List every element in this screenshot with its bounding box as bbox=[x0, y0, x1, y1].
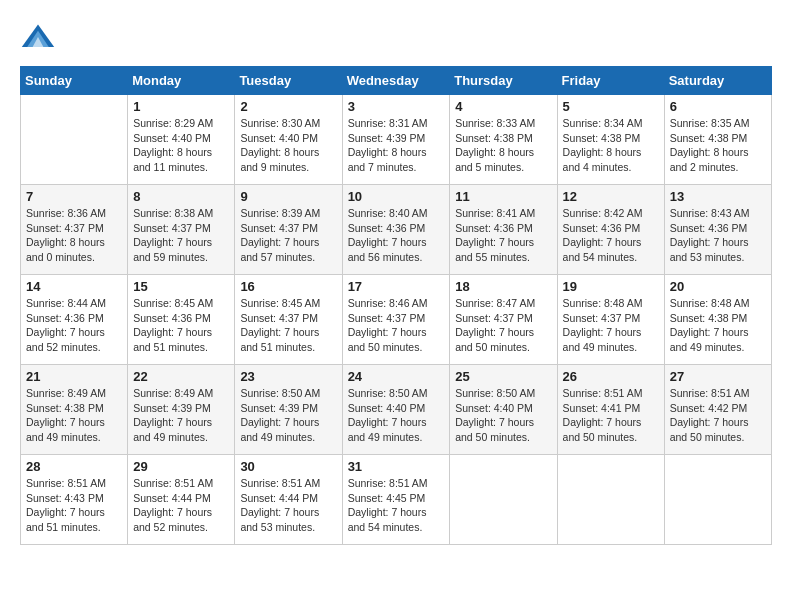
day-info: Sunrise: 8:47 AMSunset: 4:37 PMDaylight:… bbox=[455, 296, 551, 355]
day-info: Sunrise: 8:41 AMSunset: 4:36 PMDaylight:… bbox=[455, 206, 551, 265]
calendar-cell: 23Sunrise: 8:50 AMSunset: 4:39 PMDayligh… bbox=[235, 365, 342, 455]
day-info: Sunrise: 8:34 AMSunset: 4:38 PMDaylight:… bbox=[563, 116, 659, 175]
header-row: SundayMondayTuesdayWednesdayThursdayFrid… bbox=[21, 67, 772, 95]
day-number: 6 bbox=[670, 99, 766, 114]
calendar-week-5: 28Sunrise: 8:51 AMSunset: 4:43 PMDayligh… bbox=[21, 455, 772, 545]
day-info: Sunrise: 8:31 AMSunset: 4:39 PMDaylight:… bbox=[348, 116, 445, 175]
calendar-cell: 10Sunrise: 8:40 AMSunset: 4:36 PMDayligh… bbox=[342, 185, 450, 275]
day-info: Sunrise: 8:51 AMSunset: 4:42 PMDaylight:… bbox=[670, 386, 766, 445]
calendar-cell: 6Sunrise: 8:35 AMSunset: 4:38 PMDaylight… bbox=[664, 95, 771, 185]
calendar-cell: 13Sunrise: 8:43 AMSunset: 4:36 PMDayligh… bbox=[664, 185, 771, 275]
day-info: Sunrise: 8:44 AMSunset: 4:36 PMDaylight:… bbox=[26, 296, 122, 355]
day-number: 2 bbox=[240, 99, 336, 114]
day-info: Sunrise: 8:48 AMSunset: 4:38 PMDaylight:… bbox=[670, 296, 766, 355]
calendar-cell: 24Sunrise: 8:50 AMSunset: 4:40 PMDayligh… bbox=[342, 365, 450, 455]
calendar-cell: 1Sunrise: 8:29 AMSunset: 4:40 PMDaylight… bbox=[128, 95, 235, 185]
day-info: Sunrise: 8:51 AMSunset: 4:45 PMDaylight:… bbox=[348, 476, 445, 535]
day-info: Sunrise: 8:50 AMSunset: 4:39 PMDaylight:… bbox=[240, 386, 336, 445]
header-cell-tuesday: Tuesday bbox=[235, 67, 342, 95]
calendar-cell: 22Sunrise: 8:49 AMSunset: 4:39 PMDayligh… bbox=[128, 365, 235, 455]
header-cell-thursday: Thursday bbox=[450, 67, 557, 95]
calendar-cell: 26Sunrise: 8:51 AMSunset: 4:41 PMDayligh… bbox=[557, 365, 664, 455]
calendar-week-3: 14Sunrise: 8:44 AMSunset: 4:36 PMDayligh… bbox=[21, 275, 772, 365]
logo bbox=[20, 20, 62, 56]
calendar-cell: 11Sunrise: 8:41 AMSunset: 4:36 PMDayligh… bbox=[450, 185, 557, 275]
calendar-cell: 8Sunrise: 8:38 AMSunset: 4:37 PMDaylight… bbox=[128, 185, 235, 275]
day-info: Sunrise: 8:51 AMSunset: 4:43 PMDaylight:… bbox=[26, 476, 122, 535]
day-number: 19 bbox=[563, 279, 659, 294]
calendar-body: 1Sunrise: 8:29 AMSunset: 4:40 PMDaylight… bbox=[21, 95, 772, 545]
day-number: 27 bbox=[670, 369, 766, 384]
day-info: Sunrise: 8:51 AMSunset: 4:44 PMDaylight:… bbox=[240, 476, 336, 535]
day-info: Sunrise: 8:35 AMSunset: 4:38 PMDaylight:… bbox=[670, 116, 766, 175]
day-number: 22 bbox=[133, 369, 229, 384]
day-number: 10 bbox=[348, 189, 445, 204]
day-number: 5 bbox=[563, 99, 659, 114]
day-number: 4 bbox=[455, 99, 551, 114]
calendar-cell: 9Sunrise: 8:39 AMSunset: 4:37 PMDaylight… bbox=[235, 185, 342, 275]
day-number: 16 bbox=[240, 279, 336, 294]
day-number: 9 bbox=[240, 189, 336, 204]
day-number: 21 bbox=[26, 369, 122, 384]
day-info: Sunrise: 8:30 AMSunset: 4:40 PMDaylight:… bbox=[240, 116, 336, 175]
page-header bbox=[20, 20, 772, 56]
day-info: Sunrise: 8:33 AMSunset: 4:38 PMDaylight:… bbox=[455, 116, 551, 175]
day-number: 24 bbox=[348, 369, 445, 384]
header-cell-wednesday: Wednesday bbox=[342, 67, 450, 95]
calendar-cell bbox=[664, 455, 771, 545]
day-info: Sunrise: 8:42 AMSunset: 4:36 PMDaylight:… bbox=[563, 206, 659, 265]
day-number: 30 bbox=[240, 459, 336, 474]
calendar-cell bbox=[450, 455, 557, 545]
day-info: Sunrise: 8:49 AMSunset: 4:39 PMDaylight:… bbox=[133, 386, 229, 445]
day-info: Sunrise: 8:36 AMSunset: 4:37 PMDaylight:… bbox=[26, 206, 122, 265]
calendar-cell: 14Sunrise: 8:44 AMSunset: 4:36 PMDayligh… bbox=[21, 275, 128, 365]
day-info: Sunrise: 8:50 AMSunset: 4:40 PMDaylight:… bbox=[348, 386, 445, 445]
calendar-week-2: 7Sunrise: 8:36 AMSunset: 4:37 PMDaylight… bbox=[21, 185, 772, 275]
calendar-cell: 27Sunrise: 8:51 AMSunset: 4:42 PMDayligh… bbox=[664, 365, 771, 455]
calendar-header: SundayMondayTuesdayWednesdayThursdayFrid… bbox=[21, 67, 772, 95]
day-number: 23 bbox=[240, 369, 336, 384]
day-number: 8 bbox=[133, 189, 229, 204]
day-number: 14 bbox=[26, 279, 122, 294]
day-info: Sunrise: 8:50 AMSunset: 4:40 PMDaylight:… bbox=[455, 386, 551, 445]
header-cell-saturday: Saturday bbox=[664, 67, 771, 95]
day-info: Sunrise: 8:43 AMSunset: 4:36 PMDaylight:… bbox=[670, 206, 766, 265]
day-info: Sunrise: 8:46 AMSunset: 4:37 PMDaylight:… bbox=[348, 296, 445, 355]
day-info: Sunrise: 8:51 AMSunset: 4:44 PMDaylight:… bbox=[133, 476, 229, 535]
calendar-cell: 29Sunrise: 8:51 AMSunset: 4:44 PMDayligh… bbox=[128, 455, 235, 545]
day-info: Sunrise: 8:29 AMSunset: 4:40 PMDaylight:… bbox=[133, 116, 229, 175]
day-info: Sunrise: 8:45 AMSunset: 4:37 PMDaylight:… bbox=[240, 296, 336, 355]
day-number: 31 bbox=[348, 459, 445, 474]
day-number: 7 bbox=[26, 189, 122, 204]
logo-icon bbox=[20, 20, 56, 56]
calendar-cell: 16Sunrise: 8:45 AMSunset: 4:37 PMDayligh… bbox=[235, 275, 342, 365]
calendar-cell: 25Sunrise: 8:50 AMSunset: 4:40 PMDayligh… bbox=[450, 365, 557, 455]
calendar-cell: 4Sunrise: 8:33 AMSunset: 4:38 PMDaylight… bbox=[450, 95, 557, 185]
calendar-cell bbox=[21, 95, 128, 185]
calendar-cell: 20Sunrise: 8:48 AMSunset: 4:38 PMDayligh… bbox=[664, 275, 771, 365]
day-number: 15 bbox=[133, 279, 229, 294]
calendar-cell: 5Sunrise: 8:34 AMSunset: 4:38 PMDaylight… bbox=[557, 95, 664, 185]
day-number: 29 bbox=[133, 459, 229, 474]
day-info: Sunrise: 8:49 AMSunset: 4:38 PMDaylight:… bbox=[26, 386, 122, 445]
calendar-table: SundayMondayTuesdayWednesdayThursdayFrid… bbox=[20, 66, 772, 545]
calendar-cell: 21Sunrise: 8:49 AMSunset: 4:38 PMDayligh… bbox=[21, 365, 128, 455]
calendar-cell: 12Sunrise: 8:42 AMSunset: 4:36 PMDayligh… bbox=[557, 185, 664, 275]
calendar-cell bbox=[557, 455, 664, 545]
day-number: 28 bbox=[26, 459, 122, 474]
header-cell-friday: Friday bbox=[557, 67, 664, 95]
day-number: 26 bbox=[563, 369, 659, 384]
day-info: Sunrise: 8:51 AMSunset: 4:41 PMDaylight:… bbox=[563, 386, 659, 445]
header-cell-monday: Monday bbox=[128, 67, 235, 95]
day-number: 12 bbox=[563, 189, 659, 204]
day-info: Sunrise: 8:45 AMSunset: 4:36 PMDaylight:… bbox=[133, 296, 229, 355]
calendar-cell: 3Sunrise: 8:31 AMSunset: 4:39 PMDaylight… bbox=[342, 95, 450, 185]
calendar-cell: 2Sunrise: 8:30 AMSunset: 4:40 PMDaylight… bbox=[235, 95, 342, 185]
header-cell-sunday: Sunday bbox=[21, 67, 128, 95]
calendar-cell: 30Sunrise: 8:51 AMSunset: 4:44 PMDayligh… bbox=[235, 455, 342, 545]
day-number: 17 bbox=[348, 279, 445, 294]
calendar-cell: 28Sunrise: 8:51 AMSunset: 4:43 PMDayligh… bbox=[21, 455, 128, 545]
calendar-cell: 15Sunrise: 8:45 AMSunset: 4:36 PMDayligh… bbox=[128, 275, 235, 365]
calendar-cell: 7Sunrise: 8:36 AMSunset: 4:37 PMDaylight… bbox=[21, 185, 128, 275]
calendar-cell: 18Sunrise: 8:47 AMSunset: 4:37 PMDayligh… bbox=[450, 275, 557, 365]
